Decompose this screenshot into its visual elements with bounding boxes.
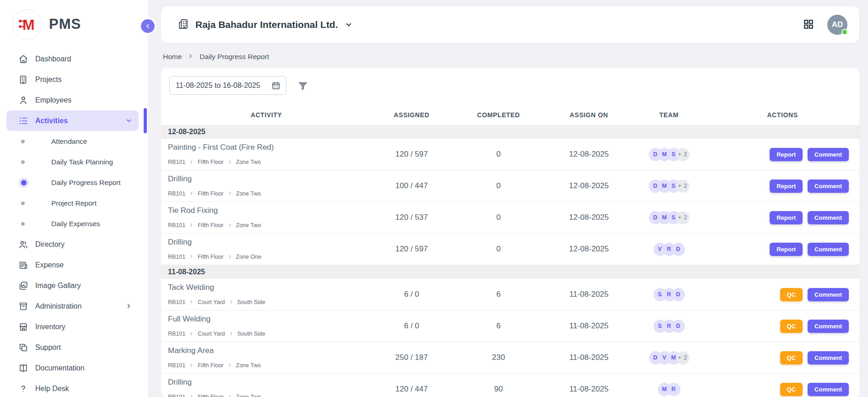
report-button[interactable]: Report [770, 211, 803, 224]
comment-button[interactable]: Comment [808, 351, 849, 364]
sidebar-item-documentation[interactable]: Documentation [6, 358, 139, 378]
location-part: RB101 [168, 159, 185, 165]
team-member-avatar[interactable]: R [667, 383, 680, 396]
sidebar-item-image-gallary[interactable]: Image Gallary [6, 275, 139, 296]
breadcrumb-current: Daily Progress Report [199, 53, 269, 61]
dot-icon [21, 140, 25, 143]
sidebar-item-dashboard[interactable]: Dashboard [6, 49, 139, 69]
dot-icon [21, 222, 25, 226]
sidebar-item-support[interactable]: Support [6, 337, 139, 358]
sidebar-item-inventory[interactable]: Inventory [6, 316, 139, 337]
sidebar-item-employees[interactable]: Employees [6, 90, 139, 110]
sidebar-subitem-daily-progress-report[interactable]: Daily Progress Report [0, 172, 148, 193]
people-icon [18, 239, 28, 250]
sidebar-subitem-project-report[interactable]: Project Report [0, 193, 148, 213]
activity-title: Drilling [168, 174, 367, 184]
activity-location: RB101Fifth FloorZone One [168, 254, 367, 260]
report-button[interactable]: Report [770, 179, 803, 193]
chevron-right-icon [228, 254, 232, 260]
comment-button[interactable]: Comment [808, 383, 849, 396]
sidebar-collapse-button[interactable] [141, 19, 155, 33]
sidebar-subitem-attendance[interactable]: Attendance [0, 131, 148, 152]
team-extra-count[interactable]: + 2 [676, 179, 690, 193]
comment-button[interactable]: Comment [808, 288, 849, 301]
active-item-indicator [144, 108, 147, 133]
comment-button[interactable]: Comment [808, 320, 849, 333]
sidebar-subitem-daily-task-planning[interactable]: Daily Task Planning [0, 152, 148, 172]
assign-on-value: 11-08-2025 [545, 321, 632, 331]
filter-funnel-icon[interactable] [297, 80, 308, 91]
sidebar: M PMS DashboardProjectsEmployeesActiviti… [0, 0, 148, 397]
team-extra-count[interactable]: + 2 [676, 351, 690, 364]
location-part: Fifth Floor [198, 222, 223, 228]
sidebar-item-label: Activities [35, 117, 68, 125]
sidebar-item-administration[interactable]: Administration [6, 296, 139, 316]
table-row: Tack WeldingRB101Court YardSouth Side6 /… [161, 279, 859, 310]
team-extra-count[interactable]: + 2 [676, 211, 690, 224]
sidebar-item-label: Employees [35, 96, 71, 104]
user-avatar[interactable]: AD [827, 15, 847, 35]
report-button[interactable]: Report [770, 148, 803, 161]
sidebar-item-projects[interactable]: Projects [6, 69, 139, 90]
sidebar-item-expense[interactable]: Expense [6, 255, 139, 275]
sidebar-item-help-desk[interactable]: Help Desk [6, 378, 139, 397]
chevron-right-icon [229, 331, 233, 337]
breadcrumb-home[interactable]: Home [163, 53, 182, 61]
completed-value: 230 [452, 353, 545, 362]
pms-logo-icon[interactable]: M [12, 9, 42, 39]
column-header-completed: COMPLETED [452, 111, 545, 119]
sidebar-item-label: Documentation [35, 364, 85, 372]
filter-row: 11-08-2025 to 16-08-2025 [161, 76, 859, 95]
location-part: Fifth Floor [198, 190, 223, 197]
comment-button[interactable]: Comment [808, 179, 849, 193]
sidebar-item-label: Dashboard [35, 55, 71, 63]
row-actions: ReportComment [706, 243, 859, 256]
chevron-right-icon [228, 394, 232, 397]
row-actions: QCComment [706, 383, 859, 396]
activity-title: Drilling [168, 378, 367, 387]
team-extra-count[interactable]: + 2 [676, 148, 690, 161]
question-icon [18, 384, 28, 394]
sidebar-item-label: Expense [35, 261, 64, 269]
layers-icon [18, 343, 28, 353]
sidebar-subitem-daily-expenses[interactable]: Daily Expenses [0, 213, 148, 234]
sidebar-nav: DashboardProjectsEmployeesActivitiesAtte… [0, 49, 148, 397]
assigned-value: 120 / 447 [372, 385, 452, 394]
activity-location: RB101Court YardSouth Side [168, 331, 367, 337]
sidebar-item-label: Inventory [35, 323, 65, 331]
team-avatars: SRD [632, 320, 706, 333]
chevron-right-icon [229, 299, 233, 305]
chevron-right-icon [228, 363, 232, 367]
sidebar-item-directory[interactable]: Directory [6, 234, 139, 255]
qc-button[interactable]: QC [780, 351, 803, 364]
comment-button[interactable]: Comment [808, 148, 849, 161]
company-selector[interactable]: Raja Bahadur International Ltd. [178, 18, 353, 32]
qc-button[interactable]: QC [780, 383, 803, 396]
team-avatars: DMS+ 2 [632, 148, 706, 161]
team-avatars: MR [632, 383, 706, 396]
group-date-label: 11-08-2025 [168, 268, 205, 276]
comment-button[interactable]: Comment [808, 243, 849, 256]
activity-title: Tie Rod Fixing [168, 206, 367, 215]
table-row: Full WeldingRB101Court YardSouth Side6 /… [161, 310, 859, 342]
qc-button[interactable]: QC [780, 288, 803, 301]
chevron-right-icon [189, 363, 194, 367]
activity-cell: Tack WeldingRB101Court YardSouth Side [161, 279, 372, 310]
chevron-right-icon [188, 52, 194, 61]
apps-grid-icon[interactable] [803, 18, 815, 31]
sidebar-item-activities[interactable]: Activities [6, 110, 139, 131]
team-member-avatar[interactable]: D [672, 243, 685, 256]
chevron-right-icon [125, 303, 132, 310]
report-button[interactable]: Report [770, 243, 803, 256]
date-range-input[interactable]: 11-08-2025 to 16-08-2025 [169, 76, 286, 95]
location-part: RB101 [168, 299, 185, 305]
qc-button[interactable]: QC [780, 320, 803, 333]
person-icon [18, 95, 28, 105]
team-member-avatar[interactable]: D [672, 288, 685, 301]
chevron-right-icon [229, 300, 233, 304]
assign-on-value: 12-08-2025 [545, 181, 632, 190]
team-member-avatar[interactable]: D [672, 320, 685, 333]
comment-button[interactable]: Comment [808, 211, 849, 224]
image-icon [18, 281, 28, 291]
date-group-header: 12-08-2025 [161, 125, 859, 139]
